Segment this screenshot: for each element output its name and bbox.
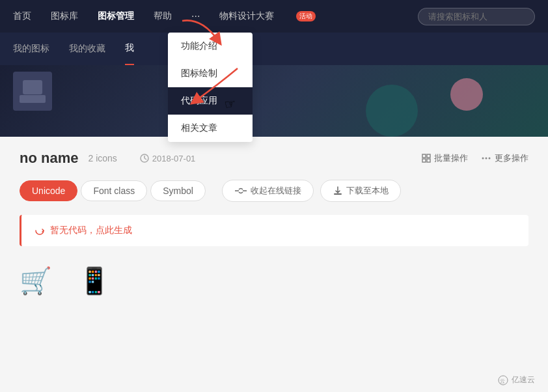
tab-font-class[interactable]: Font class <box>81 180 147 201</box>
project-name: no name <box>20 150 78 167</box>
dropdown-item-articles[interactable]: 相关文章 <box>168 115 253 142</box>
nav-help[interactable]: 帮助 <box>154 10 172 22</box>
svg-rect-7 <box>422 154 426 158</box>
nav-dots[interactable]: ··· <box>191 10 200 22</box>
brand-icon: 云 <box>498 375 508 385</box>
nav-badge: 活动 <box>296 11 316 21</box>
svg-rect-0 <box>23 80 42 94</box>
svg-point-11 <box>482 158 484 160</box>
nav-home[interactable]: 首页 <box>13 10 31 22</box>
svg-rect-1 <box>20 95 46 103</box>
svg-text:云: 云 <box>500 378 505 384</box>
batch-icon <box>422 154 431 163</box>
svg-rect-8 <box>427 154 430 158</box>
icons-count: 2 icons <box>88 153 116 163</box>
code-message-text: 暂无代码，点此生成 <box>50 225 132 236</box>
clock-icon <box>140 154 149 163</box>
collapse-label: 收起在线链接 <box>251 185 301 197</box>
refresh-icon <box>34 225 45 236</box>
sub-nav-me[interactable]: 我 <box>125 33 134 65</box>
project-actions: 批量操作 更多操作 <box>422 152 528 164</box>
footer-brand: 云 亿速云 <box>498 374 535 385</box>
download-local-btn[interactable]: 下载至本地 <box>320 180 401 202</box>
dropdown-item-intro[interactable]: 功能介绍 <box>168 33 253 60</box>
content-area: no name 2 icons 2018-07-01 批量操作 更多操作 Uni… <box>0 137 548 309</box>
nav-design-contest[interactable]: 物料设计大赛 <box>219 10 274 22</box>
user-avatar <box>13 72 52 111</box>
code-message[interactable]: 暂无代码，点此生成 <box>20 215 528 246</box>
tab-symbol[interactable]: Symbol <box>150 180 206 201</box>
icon-item-cart: 🛒 <box>20 266 52 296</box>
project-date: 2018-07-01 <box>140 154 196 163</box>
phone-icon: 📱 <box>78 266 111 296</box>
svg-point-13 <box>489 158 491 160</box>
cart-icon: 🛒 <box>20 266 52 296</box>
svg-rect-10 <box>427 159 430 162</box>
icon-grid: 🛒 📱 <box>20 266 528 296</box>
project-header: no name 2 icons 2018-07-01 批量操作 更多操作 <box>20 150 528 167</box>
collapse-link-btn[interactable]: 收起在线链接 <box>222 180 314 202</box>
tab-action-buttons: 收起在线链接 下载至本地 <box>222 180 401 202</box>
brand-label: 亿速云 <box>512 374 535 385</box>
more-icon <box>481 153 491 163</box>
banner-area <box>0 65 548 137</box>
link-icon <box>234 188 247 194</box>
svg-rect-16 <box>334 193 342 195</box>
search-input[interactable] <box>418 8 535 25</box>
nav-links: 首页 图标库 图标管理 帮助 ··· 物料设计大赛 活动 <box>13 10 316 22</box>
date-text: 2018-07-01 <box>152 154 196 163</box>
dropdown-item-draw[interactable]: 图标绘制 <box>168 60 253 87</box>
svg-line-6 <box>144 158 146 160</box>
teal-decoration <box>366 85 418 137</box>
tab-buttons: Unicode Font class Symbol 收起在线链接 下载至本地 <box>20 180 528 202</box>
tab-unicode[interactable]: Unicode <box>20 180 77 201</box>
icon-item-phone: 📱 <box>78 266 111 296</box>
batch-action-btn[interactable]: 批量操作 <box>422 152 468 164</box>
more-action-btn[interactable]: 更多操作 <box>481 152 528 164</box>
nav-icon-library[interactable]: 图标库 <box>51 10 78 22</box>
sub-nav-my-icons[interactable]: 我的图标 <box>13 33 49 65</box>
help-dropdown: 功能介绍 图标绘制 代码应用 相关文章 <box>168 33 253 142</box>
pink-decoration <box>450 78 483 111</box>
main-navbar: 首页 图标库 图标管理 帮助 ··· 物料设计大赛 活动 <box>0 0 548 33</box>
svg-rect-9 <box>422 159 426 162</box>
nav-icon-management[interactable]: 图标管理 <box>98 10 134 22</box>
dropdown-item-code[interactable]: 代码应用 <box>168 87 253 115</box>
sub-nav-favorites[interactable]: 我的收藏 <box>69 33 105 65</box>
svg-point-12 <box>486 158 487 160</box>
download-label: 下载至本地 <box>346 185 389 197</box>
download-icon <box>333 186 343 196</box>
sub-navbar: 我的图标 我的收藏 我 <box>0 33 548 65</box>
